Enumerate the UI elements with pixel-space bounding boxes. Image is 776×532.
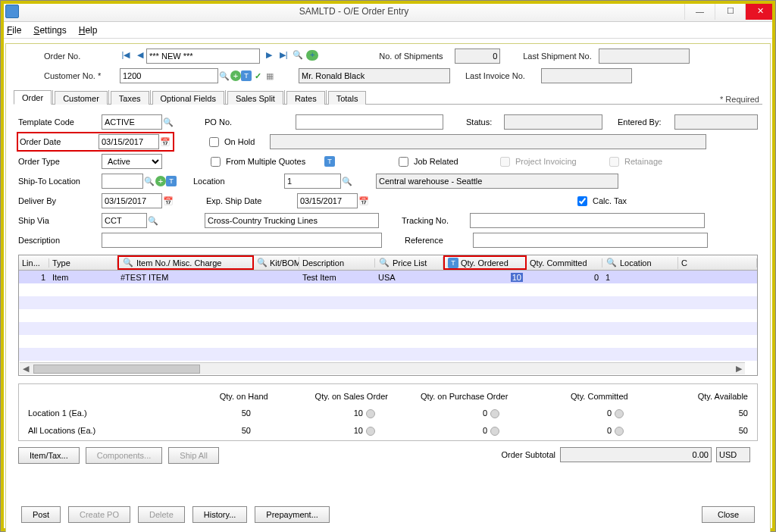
table-row[interactable] [19, 283, 757, 296]
item-search-icon[interactable]: 🔍 [122, 257, 134, 269]
reference-label: Reference [405, 236, 473, 245]
job-related-checkbox[interactable] [399, 157, 408, 167]
col-price-list[interactable]: 🔍Price List [375, 257, 443, 269]
description-input[interactable] [102, 233, 382, 248]
order-no-label: Order No. [44, 52, 120, 61]
table-row[interactable] [19, 296, 757, 309]
deliver-by-calendar-icon[interactable]: 📅 [162, 195, 174, 207]
project-invoicing-checkbox [500, 157, 510, 167]
customer-search-icon[interactable]: 🔍 [218, 70, 230, 82]
scroll-right-icon[interactable]: ▶ [733, 364, 745, 374]
menu-help[interactable]: Help [79, 25, 98, 36]
tab-taxes[interactable]: Taxes [111, 91, 149, 105]
scroll-thumb[interactable] [33, 365, 200, 374]
drill-icon[interactable] [490, 427, 499, 436]
ship-via-search-icon[interactable]: 🔍 [147, 214, 159, 227]
line-items-grid[interactable]: Lin... Type 🔍Item No./ Misc. Charge 🔍Kit… [18, 255, 758, 376]
prepayment-button[interactable]: Prepayment... [255, 506, 329, 523]
maximize-button[interactable]: ☐ [715, 3, 745, 20]
table-row[interactable] [19, 335, 757, 348]
tab-optional-fields[interactable]: Optional Fields [152, 91, 224, 105]
col-line[interactable]: Lin... [19, 258, 49, 268]
job-related-label: Job Related [414, 157, 497, 166]
location-search-icon[interactable]: 🔍 [341, 175, 353, 187]
drill-icon[interactable] [490, 409, 499, 418]
customer-doc-icon[interactable]: ▦ [264, 70, 276, 82]
qty-ordered-cell[interactable]: 10 [443, 273, 527, 282]
po-no-input[interactable] [296, 114, 443, 130]
ship-to-form-icon[interactable]: T [166, 176, 177, 186]
tracking-input[interactable] [470, 213, 705, 228]
minimize-button[interactable]: — [684, 3, 715, 20]
tab-order[interactable]: Order [14, 90, 52, 105]
col-item-no[interactable]: 🔍Item No./ Misc. Charge [117, 255, 254, 270]
col-qty-committed[interactable]: Qty. Committed [527, 258, 602, 268]
order-date-calendar-icon[interactable]: 📅 [159, 136, 171, 148]
template-search-icon[interactable]: 🔍 [162, 116, 174, 128]
calc-tax-checkbox[interactable] [577, 196, 587, 206]
template-code-input[interactable] [102, 114, 162, 130]
customer-add-icon[interactable]: + [230, 70, 241, 81]
close-button[interactable]: Close [702, 506, 755, 523]
ship-to-input[interactable] [102, 174, 143, 189]
nav-last-icon[interactable]: ▶| [277, 50, 289, 62]
horizontal-scrollbar[interactable]: ◀ ▶ [20, 362, 745, 374]
ship-to-add-icon[interactable]: + [155, 176, 166, 186]
qty-form-icon[interactable]: T [448, 258, 458, 268]
kit-search-icon[interactable]: 🔍 [257, 257, 268, 269]
menu-settings[interactable]: Settings [33, 25, 66, 36]
template-code-label: Template Code [18, 117, 102, 127]
ship-via-name[interactable] [205, 213, 379, 228]
table-row[interactable]: 1 Item #TEST ITEM Test Item USA 10 0 1 [19, 271, 757, 283]
drill-icon[interactable] [615, 409, 624, 418]
item-tax-button[interactable]: Item/Tax... [18, 447, 80, 464]
tab-totals[interactable]: Totals [328, 91, 367, 105]
new-icon[interactable]: + [306, 50, 318, 61]
scroll-left-icon[interactable]: ◀ [20, 364, 32, 374]
tab-customer[interactable]: Customer [55, 91, 108, 105]
reference-input[interactable] [473, 233, 708, 248]
from-multiple-checkbox[interactable] [211, 157, 221, 167]
order-no-input[interactable] [146, 49, 260, 64]
nav-next-icon[interactable]: ▶ [263, 50, 275, 62]
nav-first-icon[interactable]: |◀ [120, 50, 132, 62]
customer-check-icon[interactable]: ✓ [252, 70, 264, 82]
tab-sales-split[interactable]: Sales Split [227, 91, 283, 105]
deliver-by-input[interactable] [102, 193, 162, 208]
tab-rates[interactable]: Rates [286, 91, 325, 105]
order-type-select[interactable]: Active [102, 154, 162, 169]
on-hold-checkbox[interactable] [209, 137, 219, 147]
col-more[interactable]: C [678, 258, 757, 268]
ship-via-input[interactable] [102, 213, 147, 228]
app-icon [5, 5, 19, 18]
location-input[interactable] [284, 174, 341, 189]
customer-no-input[interactable] [120, 68, 218, 83]
col-kit[interactable]: 🔍Kit/BOM [254, 257, 299, 269]
pricelist-search-icon[interactable]: 🔍 [378, 257, 390, 269]
from-multiple-icon[interactable]: T [324, 156, 335, 167]
nav-prev-icon[interactable]: ◀ [134, 50, 146, 62]
menu-file[interactable]: File [7, 25, 21, 36]
ship-to-search-icon[interactable]: 🔍 [143, 175, 155, 187]
exp-ship-input[interactable] [297, 193, 358, 208]
shipments-label: No. of Shipments [379, 52, 455, 61]
table-row[interactable] [19, 309, 757, 322]
loc-search-icon[interactable]: 🔍 [605, 257, 618, 269]
customer-form-icon[interactable]: T [241, 70, 252, 81]
col-qty-ordered[interactable]: TQty. Ordered [443, 255, 527, 270]
drill-icon[interactable] [366, 427, 375, 436]
col-location[interactable]: 🔍Location [602, 257, 678, 269]
col-description[interactable]: Description [299, 258, 375, 268]
table-row[interactable] [19, 348, 757, 361]
history-button[interactable]: History... [192, 506, 248, 523]
drill-icon[interactable] [615, 427, 624, 436]
search-icon[interactable]: 🔍 [292, 50, 304, 62]
close-window-button[interactable]: ✕ [745, 3, 775, 20]
components-button: Components... [86, 447, 163, 464]
table-row[interactable] [19, 322, 757, 335]
drill-icon[interactable] [366, 409, 375, 418]
order-date-input[interactable] [99, 134, 159, 149]
col-type[interactable]: Type [49, 258, 117, 268]
exp-ship-calendar-icon[interactable]: 📅 [358, 195, 370, 207]
post-button[interactable]: Post [21, 506, 61, 523]
